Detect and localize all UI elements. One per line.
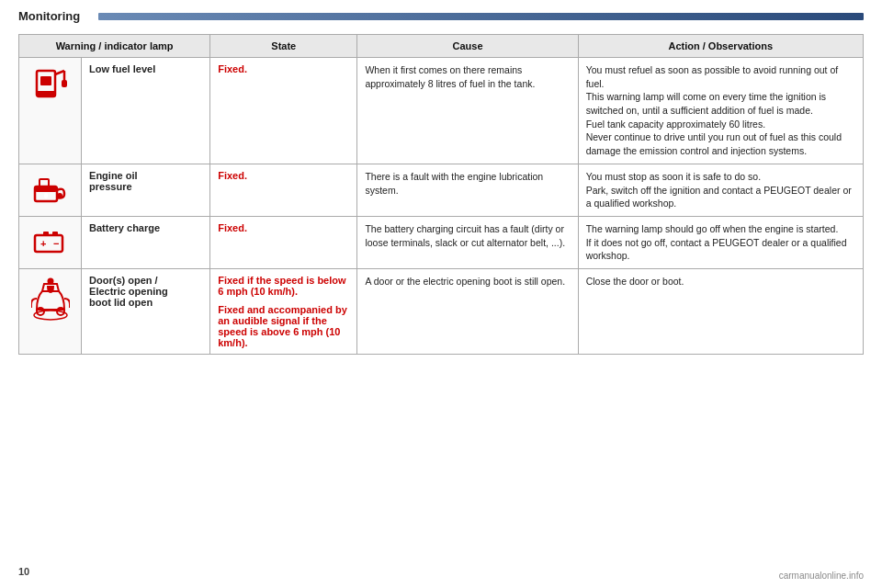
col-header-warning: Warning / indicator lamp [19, 35, 210, 58]
svg-rect-1 [40, 76, 51, 85]
page-number: 10 [18, 566, 29, 577]
svg-point-9 [57, 193, 62, 198]
state-block-1: Fixed if the speed is below 6 mph (10 km… [218, 275, 349, 297]
warning-name-door: Door(s) open /Electric openingboot lid o… [82, 268, 210, 354]
cause-battery: The battery charging circuit has a fault… [357, 216, 578, 268]
action-fuel: You must refuel as soon as possible to a… [578, 58, 863, 164]
watermark-text: carmanualonline.info [779, 571, 864, 581]
svg-rect-4 [62, 80, 67, 87]
state-block-2: Fixed and accompanied by an audible sign… [218, 304, 349, 348]
svg-rect-12 [43, 232, 49, 235]
door-open-icon [31, 275, 70, 322]
table-header-row: Warning / indicator lamp State Cause Act… [19, 35, 864, 58]
state-battery: Fixed. [210, 216, 357, 268]
oil-pressure-icon [32, 170, 69, 209]
col-header-state: State [210, 35, 357, 58]
battery-icon: + − [32, 222, 69, 261]
warning-name-fuel: Low fuel level [82, 58, 210, 164]
svg-text:−: − [53, 238, 59, 249]
door-icon-cell [19, 268, 82, 354]
cause-oil: There is a fault with the engine lubrica… [357, 164, 578, 216]
fuel-icon-cell [19, 58, 82, 164]
table-row: Low fuel level Fixed. When it first come… [19, 58, 864, 164]
main-table: Warning / indicator lamp State Cause Act… [18, 34, 864, 355]
svg-rect-5 [37, 91, 55, 96]
warning-name-battery: Battery charge [82, 216, 210, 268]
page-title: Monitoring [18, 9, 80, 23]
svg-text:+: + [40, 238, 46, 249]
col-header-action: Action / Observations [578, 35, 863, 58]
state-oil: Fixed. [210, 164, 357, 216]
cause-fuel: When it first comes on there remains app… [357, 58, 578, 164]
battery-icon-cell: + − [19, 216, 82, 268]
svg-line-2 [55, 71, 64, 74]
oil-icon-cell [19, 164, 82, 216]
warning-name-oil: Engine oilpressure [82, 164, 210, 216]
fuel-icon [33, 63, 68, 102]
col-header-cause: Cause [357, 35, 578, 58]
header-bar [98, 13, 864, 20]
page-header: Monitoring [18, 9, 864, 23]
table-row: Engine oilpressure Fixed. There is a fau… [19, 164, 864, 216]
action-door: Close the door or boot. [578, 268, 863, 354]
action-battery: The warning lamp should go off when the … [578, 216, 863, 268]
table-row: + − Battery charge Fixed. The battery ch… [19, 216, 864, 268]
svg-point-19 [47, 277, 53, 284]
svg-point-10 [44, 193, 48, 198]
cause-door: A door or the electric opening boot is s… [357, 268, 578, 354]
state-door: Fixed if the speed is below 6 mph (10 km… [210, 268, 357, 354]
action-oil: You must stop as soon it is safe to do s… [578, 164, 863, 216]
svg-rect-13 [52, 232, 58, 235]
state-fuel: Fixed. [210, 58, 357, 164]
table-row: Door(s) open /Electric openingboot lid o… [19, 268, 864, 354]
